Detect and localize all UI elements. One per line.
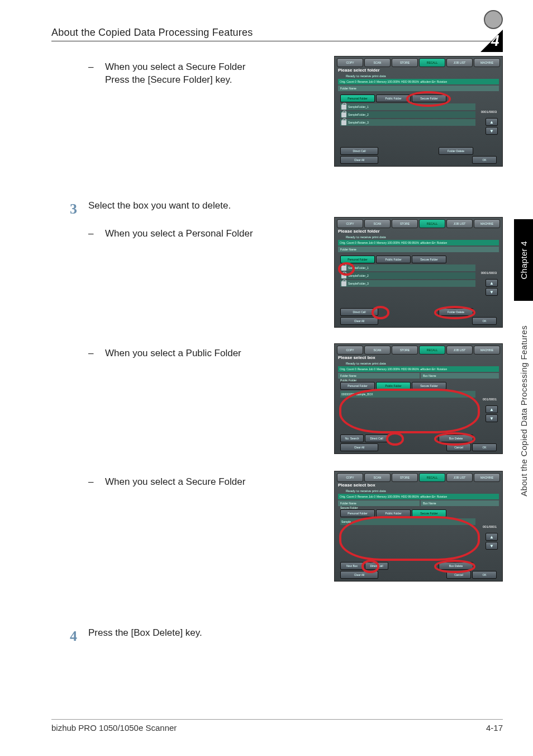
list-item[interactable]: SampleFolder_3: [340, 280, 475, 287]
panel-subtitle: Ready to receive print data: [346, 235, 386, 239]
tab-store[interactable]: STORE: [392, 219, 418, 228]
tab-personal-folder[interactable]: Personal Folder: [340, 382, 375, 390]
lock-icon: [341, 112, 346, 117]
tab-machine[interactable]: MACHINE: [474, 346, 500, 355]
screenshot-secure-folder-list: COPY SCAN STORE RECALL JOB LIST MACHINE …: [334, 56, 503, 167]
tab-scan[interactable]: SCAN: [364, 58, 391, 67]
tab-copy[interactable]: COPY: [337, 473, 363, 482]
col-boxname: Box Name: [421, 500, 499, 506]
ok-button[interactable]: OK: [472, 317, 497, 325]
panel-title: Please select box: [338, 355, 499, 360]
tab-secure-folder[interactable]: Secure Folder: [412, 256, 446, 263]
col-foldername: Folder Name: [338, 247, 499, 252]
direct-call-button[interactable]: Direct Call: [340, 147, 378, 155]
scroll-down-button[interactable]: ▼: [486, 414, 498, 422]
tab-scan[interactable]: SCAN: [364, 473, 391, 482]
no-search-button[interactable]: No. Search: [340, 434, 364, 442]
tab-machine[interactable]: MACHINE: [474, 219, 500, 228]
tab-personal-folder[interactable]: Personal Folder: [340, 94, 375, 102]
highlight-circle: [372, 306, 389, 319]
panel-title: Please select folder: [338, 229, 499, 234]
folder-list: SampleFolder_1 SampleFolder_2 SampleFold…: [340, 103, 475, 127]
highlight-circle: [406, 91, 451, 107]
scroll-down-button[interactable]: ▼: [486, 542, 498, 550]
panel-title: Please select box: [338, 483, 499, 488]
tab-joblist[interactable]: JOB LIST: [446, 346, 473, 355]
tab-machine[interactable]: MACHINE: [474, 473, 500, 482]
side-tab: Chapter 4 About the Copied Data Processi…: [514, 219, 533, 521]
page-counter: 0001/0003: [478, 271, 497, 275]
col-foldername: Folder Name: [338, 86, 499, 91]
tab-store[interactable]: STORE: [392, 473, 418, 482]
scroll-down-button[interactable]: ▼: [486, 288, 498, 296]
ok-button[interactable]: OK: [472, 156, 497, 164]
screenshot-personal-folder-select: COPY SCAN STORE RECALL JOB LIST MACHINE …: [334, 217, 503, 328]
info-bar: Orig. Count 0Reserve Job 0Memory 100.000…: [338, 240, 499, 245]
clear-all-button[interactable]: Clear All: [340, 443, 378, 451]
highlight-circle: [434, 560, 475, 573]
tab-joblist[interactable]: JOB LIST: [446, 58, 473, 67]
chapter-number-badge: 4: [480, 30, 503, 52]
scroll-up-button[interactable]: ▲: [486, 405, 498, 413]
scroll-up-button[interactable]: ▲: [486, 279, 498, 287]
panel-subtitle: Ready to receive print data: [346, 74, 386, 78]
tab-copy[interactable]: COPY: [337, 346, 363, 355]
folder-delete-button[interactable]: Folder Delete: [439, 147, 473, 155]
ok-button[interactable]: OK: [472, 443, 497, 451]
bullet-secure-folder-2: – When you select a Secure Folder: [88, 475, 308, 488]
chapter-number: 4: [491, 31, 499, 50]
panel-subtitle: Ready to receive print data: [346, 489, 386, 493]
highlight-circle: [434, 432, 475, 446]
tab-public-folder[interactable]: Public Folder: [376, 94, 411, 102]
new-box-button[interactable]: New Box: [340, 562, 364, 570]
tab-store[interactable]: STORE: [392, 346, 418, 355]
list-item[interactable]: SampleFolder_2: [340, 272, 475, 279]
step-4: 4 Press the [Box Delete] key.: [51, 626, 308, 646]
tab-personal-folder[interactable]: Personal Folder: [340, 509, 375, 517]
page-counter: 001/0001: [478, 525, 497, 528]
header-title: About the Copied Data Processing Feature…: [51, 27, 253, 39]
folder-list: SampleFolder_1 SampleFolder_2 SampleFold…: [340, 264, 475, 288]
side-tab-section: About the Copied Data Processing Feature…: [519, 325, 529, 497]
col-foldername: Folder Name: [338, 500, 420, 506]
ok-button[interactable]: OK: [472, 571, 497, 579]
tab-machine[interactable]: MACHINE: [474, 58, 500, 67]
footer-left: bizhub PRO 1050/1050e Scanner: [51, 723, 177, 733]
step-3: 3 Select the box you want to delete.: [51, 199, 308, 219]
highlight-circle: [434, 306, 475, 319]
tab-public-folder[interactable]: Public Folder: [376, 256, 411, 263]
page-footer: bizhub PRO 1050/1050e Scanner 4-17: [51, 719, 503, 733]
tab-joblist[interactable]: JOB LIST: [446, 219, 473, 228]
tab-recall[interactable]: RECALL: [419, 58, 445, 67]
tab-scan[interactable]: SCAN: [364, 219, 391, 228]
scroll-up-button[interactable]: ▲: [486, 118, 498, 126]
clear-all-button[interactable]: Clear All: [340, 317, 378, 325]
clear-all-button[interactable]: Clear All: [340, 156, 378, 164]
highlight-circle: [386, 432, 404, 446]
list-item[interactable]: SampleFolder_1: [340, 264, 475, 271]
list-item[interactable]: SampleFolder_3: [340, 119, 475, 126]
tab-recall[interactable]: RECALL: [419, 473, 445, 482]
highlight-circle: [361, 560, 379, 573]
tab-joblist[interactable]: JOB LIST: [446, 473, 473, 482]
highlight-rounded-rect: [339, 389, 480, 433]
tab-store[interactable]: STORE: [392, 58, 418, 67]
page-counter: 0001/0003: [478, 110, 497, 114]
screenshot-secure-box-select: COPY SCAN STORE RECALL JOB LIST MACHINE …: [334, 471, 503, 582]
info-bar: Orig. Count 0Reserve Job 0Memory 100.000…: [338, 366, 499, 372]
page-counter: 001/0001: [478, 398, 497, 401]
tab-copy[interactable]: COPY: [337, 219, 363, 228]
scroll-down-button[interactable]: ▼: [486, 127, 498, 135]
tab-recall[interactable]: RECALL: [419, 219, 445, 228]
list-item[interactable]: SampleFolder_1: [340, 103, 475, 110]
scroll-up-button[interactable]: ▲: [486, 533, 498, 541]
direct-call-button[interactable]: Direct Call: [365, 434, 388, 442]
tab-scan[interactable]: SCAN: [364, 346, 391, 355]
bullet-personal-folder: – When you select a Personal Folder: [88, 227, 308, 240]
screenshot-public-box-select: COPY SCAN STORE RECALL JOB LIST MACHINE …: [334, 343, 503, 454]
tab-recall[interactable]: RECALL: [419, 346, 445, 355]
list-item[interactable]: SampleFolder_2: [340, 111, 475, 118]
page-header: About the Copied Data Processing Feature…: [51, 27, 503, 41]
highlight-rounded-rect: [339, 516, 480, 561]
tab-copy[interactable]: COPY: [337, 58, 363, 67]
